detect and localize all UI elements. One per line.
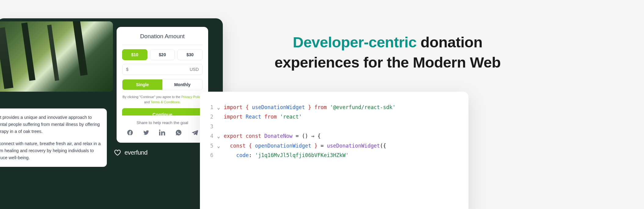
telegram-icon[interactable] xyxy=(191,129,198,137)
line-number: 5 xyxy=(200,141,217,151)
frequency-single[interactable]: Single xyxy=(122,79,162,90)
headline-line2: experiences for the Modern Web xyxy=(274,54,501,71)
amount-button-20[interactable]: $20 xyxy=(150,49,175,60)
code-editor-panel: 1⌄import { useDonationWidget } from '@ev… xyxy=(200,92,469,209)
share-icons-row xyxy=(122,129,203,137)
share-panel: Share to help reach the goal xyxy=(117,116,208,143)
frequency-monthly[interactable]: Monthly xyxy=(162,79,202,90)
code-line: 4⌄export const DonateNow = () ⇒ { xyxy=(200,131,469,141)
line-number: 1 xyxy=(200,103,217,112)
line-number: 3 xyxy=(200,122,217,131)
amount-buttons-row: $10 $20 $30 xyxy=(122,49,203,60)
everfund-heart-icon xyxy=(113,148,122,156)
code-line: 3 xyxy=(200,122,469,131)
code-content: export const DonateNow = () ⇒ { xyxy=(224,131,320,141)
everfund-wordmark: everfund xyxy=(125,149,147,156)
fold-chevron-icon[interactable]: ⌄ xyxy=(217,103,224,112)
frequency-toggle: Single Monthly xyxy=(122,79,203,90)
code-line: 1⌄import { useDonationWidget } from '@ev… xyxy=(200,103,469,112)
whatsapp-icon[interactable] xyxy=(175,129,182,137)
code-line: 2import React from 'react' xyxy=(200,112,469,122)
code-content: import React from 'react' xyxy=(224,112,302,122)
line-number: 4 xyxy=(200,131,217,141)
twitter-icon[interactable] xyxy=(143,129,150,137)
desc-paragraph-1: that provides a unique and innovative ap… xyxy=(0,114,101,135)
custom-amount-input[interactable]: $ USD xyxy=(122,64,203,75)
donation-amount-panel: Donation Amount $10 $20 $30 $ USD Single… xyxy=(117,27,208,126)
privacy-policy-link[interactable]: Privacy Policy xyxy=(181,95,202,99)
hero-forest-image xyxy=(0,21,113,92)
headline-rest1: donation xyxy=(417,34,483,50)
facebook-icon[interactable] xyxy=(127,129,133,137)
terms-link[interactable]: Terms & Conditions. xyxy=(150,100,180,104)
code-content: import { useDonationWidget } from '@ever… xyxy=(224,103,396,112)
amount-button-30[interactable]: $30 xyxy=(177,49,203,60)
code-line: 5⌄ const { openDonationWidget } = useDon… xyxy=(200,141,469,151)
fold-chevron-icon[interactable]: ⌄ xyxy=(217,131,224,141)
amount-button-10[interactable]: $10 xyxy=(122,49,147,60)
share-title: Share to help reach the goal xyxy=(122,120,203,125)
charity-description-card: that provides a unique and innovative ap… xyxy=(0,108,107,167)
headline: Developer-centric donation experiences f… xyxy=(247,32,528,72)
linkedin-icon[interactable] xyxy=(159,129,166,137)
code-line: 6 code: 'j1q16MvJl5lqfji06bVFKei3HZkW' xyxy=(200,151,469,160)
donation-widget-card: that provides a unique and innovative ap… xyxy=(0,18,223,209)
donation-title: Donation Amount xyxy=(122,33,203,40)
headline-accent: Developer-centric xyxy=(293,34,416,50)
desc-paragraph-2: to connect with nature, breathe fresh ai… xyxy=(0,140,101,162)
currency-label: USD xyxy=(190,67,199,72)
divider xyxy=(122,45,203,45)
legal-text: By clicking "Continue" you agree to the … xyxy=(122,94,203,105)
code-content: code: 'j1q16MvJl5lqfji06bVFKei3HZkW' xyxy=(224,151,349,160)
fold-chevron-icon[interactable]: ⌄ xyxy=(217,141,224,151)
currency-prefix: $ xyxy=(126,67,128,72)
everfund-logo: everfund xyxy=(113,148,147,156)
line-number: 6 xyxy=(200,151,217,160)
code-content: const { openDonationWidget } = useDonati… xyxy=(224,141,386,151)
line-number: 2 xyxy=(200,112,217,122)
